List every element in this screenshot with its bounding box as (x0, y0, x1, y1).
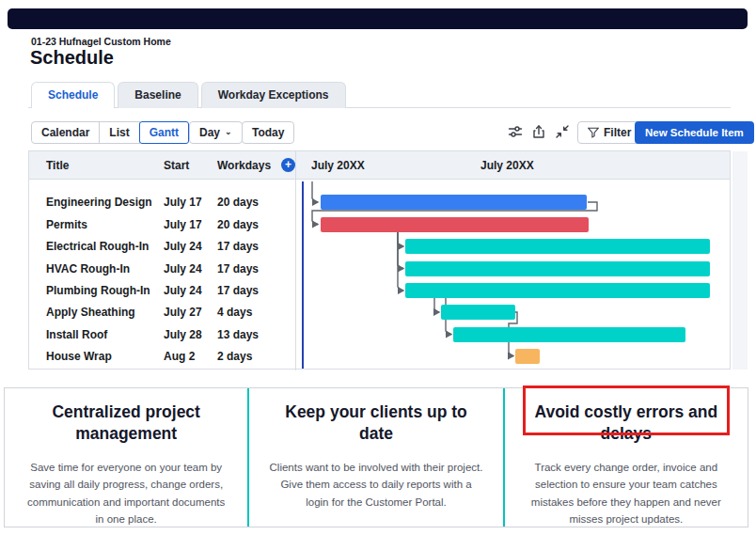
gantt-bar-permits[interactable] (321, 217, 589, 232)
funnel-icon (588, 127, 599, 138)
card-heading: Keep your clients up to date (249, 398, 502, 445)
card-body: Save time for everyone on your team by s… (5, 445, 247, 527)
row-house-wrap-title[interactable]: House Wrap (46, 350, 112, 363)
month-label-1: July 20XX (311, 151, 365, 180)
dependency-connector-4 (398, 232, 403, 291)
row-plumbing-rough-in-workdays[interactable]: 17 days (217, 284, 259, 297)
view-calendar[interactable]: Calendar (31, 121, 100, 144)
add-column-button[interactable]: + (281, 158, 295, 172)
breadcrumb[interactable]: 01-23 Hufnagel Custom Home (31, 36, 171, 47)
row-electrical-rough-in-start[interactable]: July 24 (164, 240, 202, 253)
dependency-connector-2 (398, 232, 403, 247)
today-marker-line (302, 181, 304, 369)
page-title: Schedule (30, 47, 114, 69)
adjust-sliders-icon[interactable] (508, 124, 524, 140)
page: 01-23 Hufnagel Custom Home Schedule Sche… (0, 0, 756, 535)
new-schedule-item-button[interactable]: New Schedule Item (635, 121, 754, 144)
schedule-panel: Title Start Workdays + July 20XX July 20… (28, 150, 731, 370)
row-permits-workdays[interactable]: 20 days (217, 218, 259, 231)
row-plumbing-rough-in-title[interactable]: Plumbing Rough-In (46, 284, 150, 297)
row-house-wrap-workdays[interactable]: 2 days (217, 350, 252, 363)
today-button[interactable]: Today (242, 121, 294, 144)
tab-baseline[interactable]: Baseline (118, 82, 197, 108)
row-install-roof-title[interactable]: Install Roof (46, 328, 107, 341)
table-chart-divider (295, 151, 296, 370)
browser-top-bar (8, 8, 748, 29)
zoom-level-select[interactable]: Day ⌄ (189, 121, 243, 144)
row-permits-start[interactable]: July 17 (164, 218, 202, 231)
feature-card-keep-your-clients-up-to-date: Keep your clients up to dateClients want… (249, 388, 502, 527)
collapse-icon[interactable] (555, 124, 571, 140)
gantt-bar-house-wrap[interactable] (515, 349, 540, 364)
row-engineering-design-start[interactable]: July 17 (164, 196, 202, 209)
gantt-bar-plumbing-rough-in[interactable] (405, 283, 710, 298)
row-hvac-rough-in-workdays[interactable]: 17 days (217, 262, 259, 275)
view-gantt[interactable]: Gantt (139, 121, 189, 144)
column-title[interactable]: Title (46, 151, 69, 180)
grid-header: Title Start Workdays + July 20XX July 20… (29, 151, 730, 180)
feature-card-centralized-project-management: Centralized project managementSave time … (5, 388, 247, 527)
row-apply-sheathing-start[interactable]: July 27 (164, 306, 202, 319)
dependency-connector-5 (434, 298, 439, 312)
row-apply-sheathing-title[interactable]: Apply Sheathing (46, 306, 135, 319)
row-apply-sheathing-workdays[interactable]: 4 days (217, 306, 252, 319)
row-engineering-design-title[interactable]: Engineering Design (46, 196, 152, 209)
filter-label: Filter (604, 122, 631, 143)
row-house-wrap-start[interactable]: Aug 2 (164, 350, 195, 363)
export-icon[interactable] (531, 124, 547, 140)
column-workdays[interactable]: Workdays (217, 151, 271, 180)
dependency-connector-0 (312, 181, 318, 202)
row-plumbing-rough-in-start[interactable]: July 24 (164, 284, 202, 297)
row-hvac-rough-in-title[interactable]: HVAC Rough-In (46, 262, 130, 275)
gantt-bar-engineering-design[interactable] (321, 195, 587, 210)
filter-button[interactable]: Filter (577, 121, 641, 144)
gantt-bar-apply-sheathing[interactable] (441, 305, 515, 320)
row-permits-title[interactable]: Permits (46, 218, 87, 231)
tabs: ScheduleBaselineWorkday Exceptions (31, 82, 349, 108)
month-label-2: July 20XX (480, 151, 534, 180)
card-body: Clients want to be involved with their p… (249, 445, 502, 510)
tab-schedule[interactable]: Schedule (31, 82, 115, 108)
row-engineering-design-workdays[interactable]: 20 days (217, 196, 259, 209)
card-heading: Centralized project management (5, 398, 247, 445)
gantt-bar-electrical-rough-in[interactable] (405, 239, 710, 254)
dependency-connector-3 (398, 232, 403, 269)
zoom-level-value: Day (199, 122, 220, 143)
highlight-annotation-box (523, 386, 730, 435)
row-install-roof-start[interactable]: July 28 (164, 328, 202, 341)
gantt-bar-hvac-rough-in[interactable] (405, 261, 710, 276)
row-electrical-rough-in-workdays[interactable]: 17 days (217, 240, 259, 253)
card-body: Track every change order, invoice and se… (505, 445, 748, 527)
view-switcher: CalendarListGantt (31, 121, 189, 144)
view-list[interactable]: List (99, 121, 139, 144)
row-install-roof-workdays[interactable]: 13 days (217, 328, 259, 341)
tab-workday-exceptions[interactable]: Workday Exceptions (201, 82, 346, 108)
row-hvac-rough-in-start[interactable]: July 24 (164, 262, 202, 275)
gantt-bar-install-roof[interactable] (453, 327, 685, 342)
column-start[interactable]: Start (164, 151, 189, 180)
row-electrical-rough-in-title[interactable]: Electrical Rough-In (46, 240, 149, 253)
chart-right-gutter (732, 151, 748, 370)
chevron-down-icon: ⌄ (225, 121, 232, 142)
